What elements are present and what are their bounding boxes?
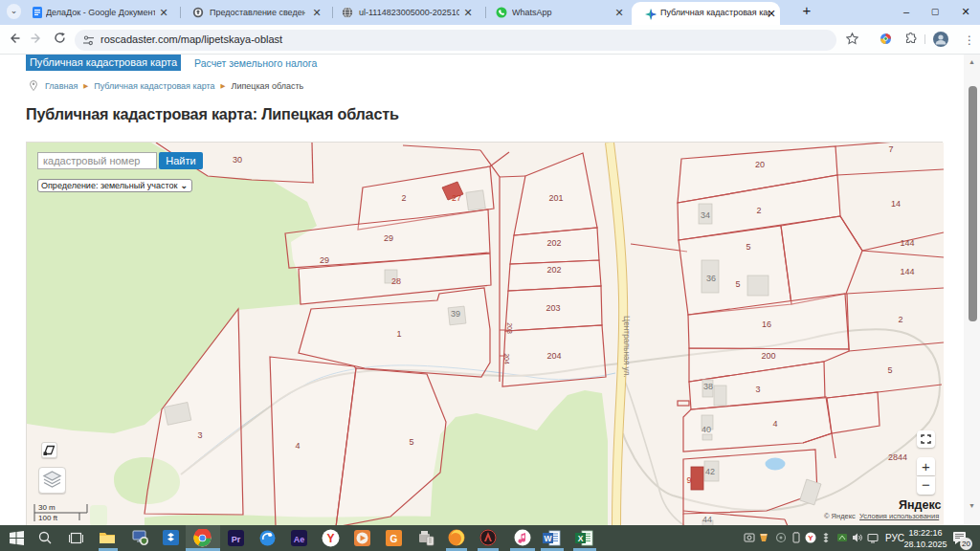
svg-text:16: 16 [762, 320, 771, 329]
svg-text:203: 203 [546, 303, 560, 313]
svg-text:29: 29 [320, 255, 329, 265]
svg-text:204: 204 [503, 353, 510, 364]
svg-text:5: 5 [409, 437, 413, 447]
svg-text:38: 38 [703, 382, 713, 391]
svg-text:28: 28 [391, 276, 401, 286]
svg-text:34: 34 [701, 210, 710, 220]
svg-text:Pr: Pr [232, 535, 241, 544]
svg-text:30: 30 [233, 155, 242, 165]
svg-text:20: 20 [755, 160, 765, 169]
svg-text:204: 204 [546, 351, 561, 361]
svg-text:203: 203 [506, 322, 513, 334]
svg-text:3: 3 [755, 385, 760, 394]
svg-text:202: 202 [546, 265, 561, 275]
svg-text:44: 44 [702, 515, 712, 524]
svg-text:144: 144 [900, 238, 914, 248]
svg-text:2: 2 [401, 193, 406, 203]
svg-text:100 ft: 100 ft [38, 514, 58, 522]
svg-text:4: 4 [295, 441, 300, 451]
svg-text:36: 36 [706, 274, 716, 283]
svg-text:29: 29 [384, 233, 393, 243]
svg-text:42: 42 [705, 467, 715, 476]
svg-text:X: X [578, 534, 584, 543]
svg-text:4: 4 [772, 419, 777, 429]
svg-text:3: 3 [197, 430, 202, 440]
svg-text:2844: 2844 [888, 452, 907, 462]
svg-text:27: 27 [452, 193, 461, 203]
svg-text:200: 200 [761, 351, 775, 361]
svg-text:39: 39 [451, 309, 460, 319]
svg-text:14: 14 [891, 199, 901, 209]
svg-text:5: 5 [887, 365, 892, 375]
svg-text:Y: Y [326, 532, 334, 545]
svg-text:202: 202 [546, 238, 561, 248]
svg-text:9: 9 [686, 475, 691, 485]
svg-text:2: 2 [898, 315, 902, 324]
svg-text:Y: Y [808, 534, 813, 542]
svg-text:5: 5 [746, 242, 750, 252]
svg-text:5: 5 [735, 279, 740, 289]
svg-text:30 m: 30 m [38, 503, 56, 512]
svg-text:40: 40 [702, 425, 711, 434]
svg-text:Центральная ул.: Центральная ул. [622, 316, 632, 378]
svg-text:201: 201 [548, 193, 563, 203]
svg-text:7: 7 [888, 144, 893, 154]
svg-text:1: 1 [396, 329, 401, 339]
svg-text:144: 144 [900, 267, 914, 276]
svg-text:W: W [544, 534, 552, 543]
svg-text:Ae: Ae [294, 535, 305, 544]
svg-text:G: G [390, 534, 398, 544]
svg-text:2: 2 [756, 206, 761, 215]
